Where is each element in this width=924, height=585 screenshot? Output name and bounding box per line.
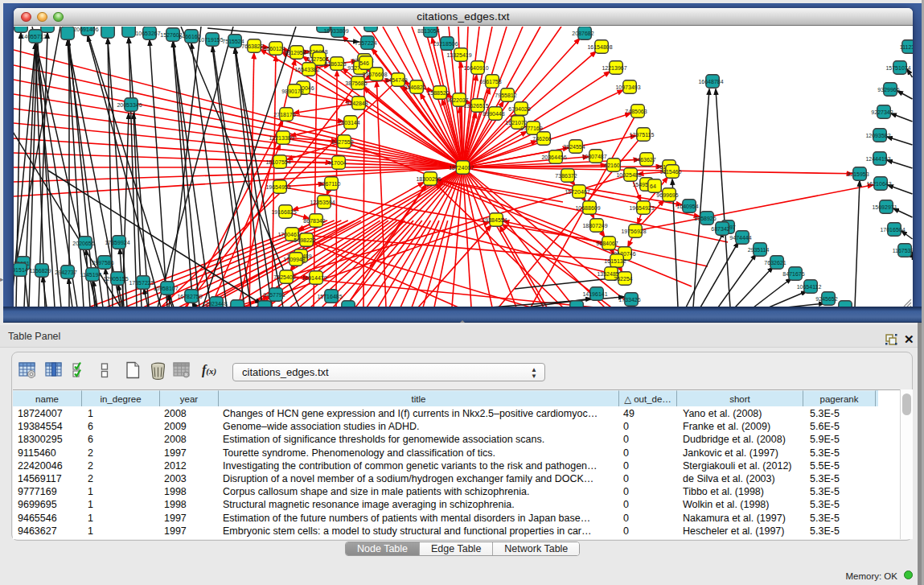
svg-text:1615132: 1615132 <box>604 258 626 264</box>
svg-text:9474444: 9474444 <box>729 235 751 241</box>
svg-text:9890178: 9890178 <box>281 89 303 94</box>
svg-text:20053346: 20053346 <box>117 102 142 108</box>
svg-text:9684067: 9684067 <box>596 241 618 246</box>
svg-text:2803144: 2803144 <box>338 120 359 126</box>
svg-text:9329966: 9329966 <box>877 87 899 93</box>
svg-text:12975115: 12975115 <box>630 132 655 138</box>
svg-text:12213967: 12213967 <box>602 65 626 71</box>
svg-text:16640910: 16640910 <box>463 65 488 71</box>
svg-text:8660124: 8660124 <box>263 46 285 51</box>
svg-text:10719155: 10719155 <box>198 37 223 43</box>
svg-text:6794028: 6794028 <box>508 106 530 112</box>
svg-text:12923448: 12923448 <box>202 301 227 307</box>
svg-text:2718176: 2718176 <box>273 112 295 117</box>
svg-text:15751074: 15751074 <box>885 65 910 71</box>
svg-text:6961758: 6961758 <box>479 79 501 84</box>
svg-text:10025488: 10025488 <box>616 172 641 178</box>
svg-text:10654112: 10654112 <box>797 284 822 290</box>
svg-text:19166825: 19166825 <box>271 209 296 215</box>
svg-text:17016504: 17016504 <box>880 227 905 233</box>
svg-text:10688609: 10688609 <box>575 205 600 211</box>
svg-text:11123: 11123 <box>900 44 913 50</box>
svg-text:62160: 62160 <box>604 163 620 168</box>
svg-text:1156829: 1156829 <box>30 268 51 274</box>
svg-text:8186323: 8186323 <box>324 61 346 67</box>
svg-text:3824554: 3824554 <box>563 144 585 150</box>
svg-text:8215953: 8215953 <box>847 171 869 177</box>
svg-text:3997586: 3997586 <box>92 260 113 266</box>
svg-text:10653267: 10653267 <box>135 31 160 36</box>
svg-text:8813054: 8813054 <box>417 28 439 34</box>
svg-text:7357224: 7357224 <box>355 40 376 46</box>
svg-text:7955812: 7955812 <box>495 93 516 98</box>
svg-text:15692971: 15692971 <box>872 204 897 210</box>
svg-text:2942737: 2942737 <box>55 270 76 275</box>
svg-text:12353594: 12353594 <box>310 200 335 205</box>
svg-text:9777169: 9777169 <box>520 126 542 131</box>
svg-text:18724007: 18724007 <box>449 165 474 171</box>
svg-text:7485063: 7485063 <box>625 109 647 114</box>
svg-text:2020656: 2020656 <box>72 241 94 246</box>
svg-text:16648784: 16648784 <box>698 79 723 84</box>
svg-text:19756928: 19756928 <box>621 229 646 234</box>
svg-text:16543382: 16543382 <box>294 67 319 72</box>
svg-text:12213389: 12213389 <box>269 135 294 141</box>
svg-text:7625402: 7625402 <box>273 274 295 280</box>
svg-text:12905155: 12905155 <box>103 276 128 282</box>
svg-text:1167533: 1167533 <box>893 248 913 253</box>
svg-text:19384554: 19384554 <box>482 217 507 223</box>
svg-text:8454749: 8454749 <box>385 77 407 83</box>
svg-text:8471676: 8471676 <box>782 271 804 277</box>
svg-text:23676608: 23676608 <box>362 72 387 77</box>
svg-text:7663822: 7663822 <box>241 43 263 49</box>
svg-text:746266: 746266 <box>532 136 551 142</box>
svg-text:1640954: 1640954 <box>676 204 698 209</box>
svg-text:8427552: 8427552 <box>331 139 353 145</box>
svg-text:12444193: 12444193 <box>865 156 890 162</box>
svg-text:10807487: 10807487 <box>581 154 606 159</box>
svg-text:18107554: 18107554 <box>265 159 290 165</box>
svg-text:9242848: 9242848 <box>346 101 368 106</box>
svg-text:64: 64 <box>650 183 656 189</box>
svg-text:9227342: 9227342 <box>871 109 893 115</box>
svg-text:17359924: 17359924 <box>105 240 129 245</box>
svg-text:8990448: 8990448 <box>483 111 504 117</box>
svg-text:8958926: 8958926 <box>694 216 716 221</box>
svg-text:9146821: 9146821 <box>404 84 425 90</box>
svg-text:10958107: 10958107 <box>153 286 178 291</box>
svg-text:546: 546 <box>359 60 369 66</box>
svg-text:18807249: 18807249 <box>582 223 607 229</box>
svg-text:391514: 391514 <box>14 267 28 273</box>
svg-text:9822037: 9822037 <box>446 97 468 103</box>
svg-text:2087682: 2087682 <box>572 31 593 36</box>
svg-text:9699695: 9699695 <box>656 192 678 198</box>
svg-text:2935114: 2935114 <box>748 247 770 253</box>
svg-text:16210643: 16210643 <box>866 181 891 187</box>
svg-text:16154808: 16154808 <box>587 44 612 50</box>
svg-text:20364456: 20364456 <box>541 154 566 160</box>
svg-text:1709948: 1709948 <box>283 257 305 262</box>
svg-text:1621072: 1621072 <box>505 120 527 126</box>
svg-text:14196141: 14196141 <box>582 291 607 297</box>
svg-text:1588520: 1588520 <box>427 90 449 96</box>
svg-text:17004676: 17004676 <box>277 232 302 237</box>
svg-text:19218506: 19218506 <box>433 41 458 47</box>
svg-text:19654953: 19654953 <box>265 184 290 190</box>
svg-text:15720407: 15720407 <box>565 189 589 195</box>
svg-text:19654923: 19654923 <box>629 205 654 211</box>
svg-text:12093582: 12093582 <box>865 133 890 138</box>
svg-text:16782759: 16782759 <box>177 294 202 299</box>
svg-text:17357225: 17357225 <box>129 280 154 286</box>
svg-text:16033809: 16033809 <box>323 28 348 34</box>
svg-text:13626515: 13626515 <box>463 103 488 109</box>
svg-text:7632621: 7632621 <box>764 260 786 266</box>
svg-text:20691406: 20691406 <box>73 27 98 32</box>
svg-text:15716485: 15716485 <box>317 294 342 299</box>
svg-text:1733426: 1733426 <box>618 297 640 303</box>
svg-text:9457791: 9457791 <box>263 292 285 298</box>
svg-text:10973493: 10973493 <box>615 84 640 90</box>
svg-text:7386372: 7386372 <box>555 173 577 179</box>
svg-text:16914479: 16914479 <box>302 275 326 281</box>
svg-text:9245652: 9245652 <box>815 296 837 302</box>
svg-text:8678342: 8678342 <box>303 218 325 224</box>
